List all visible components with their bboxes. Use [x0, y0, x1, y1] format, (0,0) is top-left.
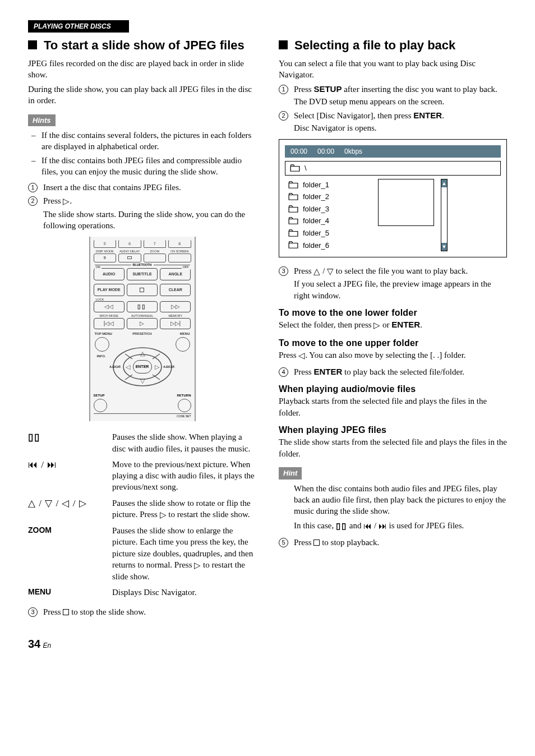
- table-row: ▯▯ Pauses the slide show. When playing a…: [28, 429, 256, 457]
- left-arrow-icon: ◁: [62, 498, 70, 509]
- lower-folder-heading: To move to the one lower folder: [279, 307, 507, 319]
- r-step2-sub: Disc Navigator is opens.: [294, 122, 507, 133]
- step-1-text: Insert a the disc that contains JPEG fil…: [43, 182, 256, 193]
- left-column: To start a slide show of JPEG files JPEG…: [28, 38, 256, 620]
- nav-preview-pane: ▲ ▼: [378, 179, 440, 251]
- section-bar: PLAYING OTHER DISCS: [28, 20, 129, 33]
- remote-btn: [144, 253, 167, 262]
- down-arrow-icon: ▽: [140, 377, 145, 385]
- r-step-4: 4 Press ENTER to play back the selected …: [279, 366, 507, 377]
- r-step3-a: Press: [294, 266, 313, 275]
- step-2-text-b: .: [70, 196, 72, 205]
- nav-root-label: \: [305, 163, 307, 173]
- r-step4-b: to play back the selected file/folder.: [342, 367, 464, 376]
- r-step2-a: Select [Disc Navigator], then press: [294, 111, 413, 120]
- folder-label: folder_6: [303, 241, 329, 251]
- step-number-icon: 2: [28, 196, 38, 206]
- upper-folder-text: Press ◁. You can also move by selecting …: [279, 349, 507, 361]
- remote-label-off: OFF: [182, 265, 190, 269]
- folder-icon: [288, 181, 298, 189]
- remote-label: ZOOM: [144, 250, 167, 253]
- bullet-square-icon: [279, 40, 288, 49]
- right-arrow-icon: ▷: [373, 321, 380, 330]
- remote-menu-button: [176, 337, 190, 352]
- remote-aecat-label: A-E/CAT.: [109, 365, 122, 368]
- step-3-text-b: to stop the slide show.: [69, 607, 146, 616]
- step-number-icon: 3: [28, 607, 38, 617]
- remote-rewind-button: ◁◁: [94, 301, 124, 312]
- nav-time-1: 00:00: [290, 147, 307, 156]
- remote-codeset-label: CODE SET: [94, 413, 191, 418]
- remote-key-8: 8: [168, 240, 191, 248]
- remote-info-label: INFO.: [97, 354, 106, 358]
- remote-stop-button: [127, 284, 158, 296]
- list-item: folder_1: [285, 179, 375, 191]
- up-arrow-icon: △: [140, 349, 145, 358]
- list-item: folder_4: [285, 215, 375, 227]
- enter-label: ENTER: [413, 110, 442, 120]
- hint-badge: Hint: [279, 467, 302, 480]
- page-number-value: 34: [28, 638, 40, 650]
- left-heading: To start a slide show of JPEG files: [44, 38, 245, 53]
- r-step-3: 3 Press △ / ▽ to select the file you wan…: [279, 265, 507, 301]
- step-number-icon: 4: [279, 367, 288, 377]
- nav-scrollbar: ▲ ▼: [441, 179, 448, 251]
- enter-label: ENTER: [391, 320, 420, 329]
- folder-label: folder_3: [303, 204, 329, 214]
- right-heading: Selecting a file to play back: [294, 38, 455, 53]
- jpeg-text: The slide show starts from the selected …: [279, 436, 507, 459]
- hint-text-1: When the disc contains both audio files …: [294, 483, 507, 517]
- operations-table: ▯▯ Pauses the slide show. When playing a…: [28, 429, 256, 600]
- step-number-icon: 2: [279, 111, 288, 121]
- pause-icon: ▯▯: [336, 522, 347, 531]
- up-arrow-icon: △: [28, 498, 36, 509]
- setup-label: SETUP: [313, 84, 342, 94]
- remote-label: SRCH MODE: [94, 315, 124, 318]
- remote-label: AUDIO DELAY: [118, 250, 141, 253]
- table-row: ZOOM Pauses the slide show to enlarge th…: [28, 523, 256, 584]
- remote-setup-button: [94, 399, 107, 412]
- remote-topmenu-button: [95, 337, 109, 352]
- step-3: 3 Press to stop the slide show.: [28, 606, 256, 617]
- remote-topmenu-label: TOP MENU: [95, 331, 112, 336]
- r-step3-sub: If you select a JPEG file, the preview i…: [294, 278, 507, 301]
- right-arrow-icon: ▷: [155, 362, 159, 371]
- remote-prev-button: |◁◁: [94, 318, 124, 329]
- remote-next-button: ▷▷|: [160, 318, 191, 329]
- preview-box: [378, 179, 434, 226]
- list-item: folder_6: [285, 239, 375, 252]
- r-step3-b: to select the file you want to play back…: [334, 266, 468, 275]
- page-lang: En: [43, 642, 51, 649]
- nav-time-2: 00:00: [317, 147, 334, 156]
- folder-label: folder_4: [303, 216, 329, 226]
- r-step5-b: to stop playback.: [320, 538, 379, 547]
- nav-header: 00:00 00:00 0kbps: [285, 145, 501, 158]
- left-arrow-icon: ◁: [126, 362, 130, 371]
- down-arrow-icon: ▽: [45, 498, 53, 509]
- r-step4-a: Press: [294, 367, 313, 376]
- left-intro-1: JPEG files recorded on the disc are play…: [28, 58, 256, 81]
- right-column: Selecting a file to play back You can se…: [279, 38, 507, 620]
- remote-control-diagram: 5 6 7 8 DISP. MODE AUDIO DELAY ZOOM ON S…: [89, 237, 196, 421]
- r-step2-b: .: [442, 111, 444, 120]
- op-pause-desc: Pauses the slide show. When playing a di…: [112, 429, 256, 457]
- play-icon: ▷: [194, 561, 201, 570]
- disc-navigator-window: 00:00 00:00 0kbps \ folder_1 folder_2 fo…: [279, 139, 507, 257]
- down-arrow-icon: ▽: [327, 267, 334, 276]
- left-arrow-icon: ◁: [298, 351, 305, 360]
- two-column-layout: To start a slide show of JPEG files JPEG…: [28, 38, 507, 620]
- nav-kbps: 0kbps: [344, 147, 362, 156]
- remote-ffwd-button: ▷▷: [160, 301, 191, 312]
- step-2-sub: The slide show starts. During the slide …: [43, 209, 256, 232]
- zoom-key-label: ZOOM: [28, 523, 112, 584]
- remote-playmode-button: PLAY MODE: [94, 284, 124, 296]
- remote-btn: [118, 253, 141, 262]
- folder-icon: [288, 229, 298, 237]
- remote-dpad: ENTER △ ▽ ◁ ▷ A-E/CAT. A-E/CAT.: [112, 346, 173, 388]
- upper-folder-heading: To move to the one upper folder: [279, 337, 507, 349]
- step-3-text-a: Press: [43, 607, 63, 616]
- remote-enter-button: ENTER: [133, 360, 152, 374]
- r-step1-sub: The DVD setup menu appears on the screen…: [294, 96, 507, 107]
- bullet-square-icon: [28, 40, 37, 49]
- folder-icon: [288, 205, 298, 213]
